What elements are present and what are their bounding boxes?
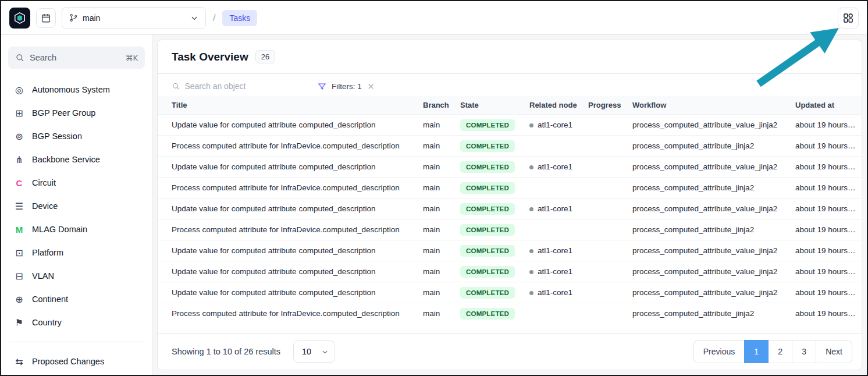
- task-progress-cell: [582, 136, 627, 157]
- pagination-next-button[interactable]: Next: [816, 340, 852, 363]
- task-related-node-cell: [524, 136, 582, 157]
- sidebar-item-label: Country: [32, 318, 62, 327]
- task-table-body: Update value for computed attribute comp…: [158, 115, 862, 324]
- sidebar-item-device[interactable]: ☰Device: [8, 194, 145, 218]
- task-branch-cell: main: [417, 198, 454, 219]
- pagination-page-3[interactable]: 3: [792, 340, 816, 363]
- column-header-state: State: [454, 96, 524, 115]
- tasks-table: TitleBranchStateRelated nodeProgressWork…: [158, 96, 862, 324]
- sidebar-item-object-management[interactable]: ◇Object Management: [8, 373, 145, 375]
- task-state-cell: COMPLETED: [454, 261, 524, 282]
- sidebar-item-label: Platform: [32, 248, 63, 257]
- task-title-cell: Update value for computed attribute comp…: [158, 115, 417, 136]
- bgp-session-icon: ⊚: [13, 131, 26, 142]
- task-progress-cell: [582, 303, 627, 324]
- task-progress-cell: [582, 178, 627, 198]
- task-workflow-cell: process_computed_attribute_value_jinja2: [627, 282, 789, 303]
- task-title-cell: Process computed attribute for InfraDevi…: [158, 219, 417, 240]
- task-related-node-cell: atl1-core1: [524, 282, 582, 303]
- sidebar-item-continent[interactable]: ⊕Continent: [8, 288, 145, 311]
- state-badge: COMPLETED: [460, 287, 515, 299]
- task-updated-at-cell: about 19 hours ago: [789, 219, 862, 240]
- object-search-input[interactable]: [184, 81, 303, 91]
- filter-funnel-icon[interactable]: [318, 82, 326, 91]
- pagination-page-2[interactable]: 2: [768, 340, 792, 363]
- search-shortcut: ⌘K: [125, 54, 138, 62]
- sidebar-search[interactable]: Search ⌘K: [8, 47, 145, 69]
- table-row[interactable]: Update value for computed attribute comp…: [158, 198, 862, 219]
- task-branch-cell: main: [417, 219, 454, 240]
- apps-menu-button[interactable]: [838, 8, 859, 29]
- table-row[interactable]: Update value for computed attribute comp…: [158, 282, 862, 303]
- task-title-cell: Update value for computed attribute comp…: [158, 198, 417, 219]
- filter-group: Filters: 1: [318, 82, 375, 91]
- node-status-dot: [529, 291, 533, 295]
- sidebar-item-country[interactable]: ⚑Country: [8, 311, 145, 334]
- table-row[interactable]: Process computed attribute for InfraDevi…: [158, 136, 862, 157]
- sidebar-item-mlag-domain[interactable]: MMLAG Domain: [8, 218, 145, 241]
- task-title-cell: Process computed attribute for InfraDevi…: [158, 303, 417, 324]
- results-summary: Showing 1 to 10 of 26 results: [172, 347, 280, 356]
- node-status-dot: [529, 270, 533, 274]
- page-size-select[interactable]: 10: [293, 340, 335, 363]
- sidebar-footer-nav: ⇆Proposed Changes◇Object Management: [8, 350, 145, 375]
- table-row[interactable]: Update value for computed attribute comp…: [158, 261, 862, 282]
- calendar-icon: [41, 13, 51, 23]
- close-icon: [367, 83, 375, 90]
- sidebar-item-label: Circuit: [32, 178, 56, 187]
- task-progress-cell: [582, 261, 627, 282]
- table-toolbar: Filters: 1: [158, 74, 862, 96]
- state-badge: COMPLETED: [460, 140, 515, 152]
- task-updated-at-cell: about 19 hours ago: [789, 198, 862, 219]
- sidebar-item-proposed-changes[interactable]: ⇆Proposed Changes: [8, 350, 145, 373]
- backbone-service-icon: ⋔: [13, 154, 26, 165]
- table-row[interactable]: Process computed attribute for InfraDevi…: [158, 219, 862, 240]
- task-title-cell: Update value for computed attribute comp…: [158, 261, 417, 282]
- object-search: [172, 81, 303, 91]
- clear-filters-button[interactable]: [367, 83, 375, 90]
- task-state-cell: COMPLETED: [454, 240, 524, 261]
- country-icon: ⚑: [13, 317, 26, 328]
- breadcrumb-tasks[interactable]: Tasks: [222, 10, 257, 26]
- task-branch-cell: main: [417, 240, 454, 261]
- table-row[interactable]: Update value for computed attribute comp…: [158, 157, 862, 178]
- sidebar-item-bgp-peer-group[interactable]: ⊞BGP Peer Group: [8, 101, 145, 125]
- task-updated-at-cell: about 19 hours ago: [789, 136, 862, 157]
- task-workflow-cell: process_computed_attribute_value_jinja2: [627, 261, 789, 282]
- pagination-page-1[interactable]: 1: [744, 340, 769, 363]
- sidebar-item-label: BGP Session: [32, 132, 82, 141]
- table-row[interactable]: Update value for computed attribute comp…: [158, 115, 862, 136]
- state-badge: COMPLETED: [460, 266, 515, 278]
- table-row[interactable]: Process computed attribute for InfraDevi…: [158, 178, 862, 198]
- column-header-updated-at: Updated at: [789, 96, 862, 115]
- task-state-cell: COMPLETED: [454, 157, 524, 178]
- sidebar-item-platform[interactable]: ⊡Platform: [8, 241, 145, 264]
- task-table-header-row: TitleBranchStateRelated nodeProgressWork…: [158, 96, 862, 115]
- task-state-cell: COMPLETED: [454, 303, 524, 324]
- state-badge: COMPLETED: [460, 245, 515, 257]
- task-related-node-cell: atl1-core1: [524, 115, 582, 136]
- card-footer: Showing 1 to 10 of 26 results 10 Previou…: [158, 333, 862, 370]
- pagination-previous-button[interactable]: Previous: [693, 340, 745, 363]
- task-updated-at-cell: about 19 hours ago: [789, 303, 862, 324]
- task-progress-cell: [582, 282, 627, 303]
- filters-count-label: Filters: 1: [332, 82, 362, 91]
- sidebar-item-backbone-service[interactable]: ⋔Backbone Service: [8, 148, 145, 171]
- branch-selector[interactable]: main: [62, 7, 206, 29]
- branch-selector-value: main: [83, 13, 100, 23]
- sidebar-search-label: Search: [30, 53, 56, 62]
- sidebar-item-autonomous-system[interactable]: ◎Autonomous System: [8, 78, 145, 101]
- time-travel-button[interactable]: [36, 8, 56, 28]
- table-row[interactable]: Process computed attribute for InfraDevi…: [158, 303, 862, 324]
- sidebar-item-circuit[interactable]: CCircuit: [8, 171, 145, 194]
- sidebar-item-vlan[interactable]: ⊟VLAN: [8, 264, 145, 288]
- sidebar-item-label: BGP Peer Group: [32, 108, 95, 118]
- infrahub-logo-icon: [13, 12, 26, 24]
- task-related-node-cell: [524, 178, 582, 198]
- task-related-node-cell: [524, 303, 582, 324]
- table-row[interactable]: Update value for computed attribute comp…: [158, 240, 862, 261]
- task-progress-cell: [582, 240, 627, 261]
- infrahub-logo[interactable]: [9, 8, 30, 29]
- task-branch-cell: main: [417, 303, 454, 324]
- sidebar-item-bgp-session[interactable]: ⊚BGP Session: [8, 125, 145, 148]
